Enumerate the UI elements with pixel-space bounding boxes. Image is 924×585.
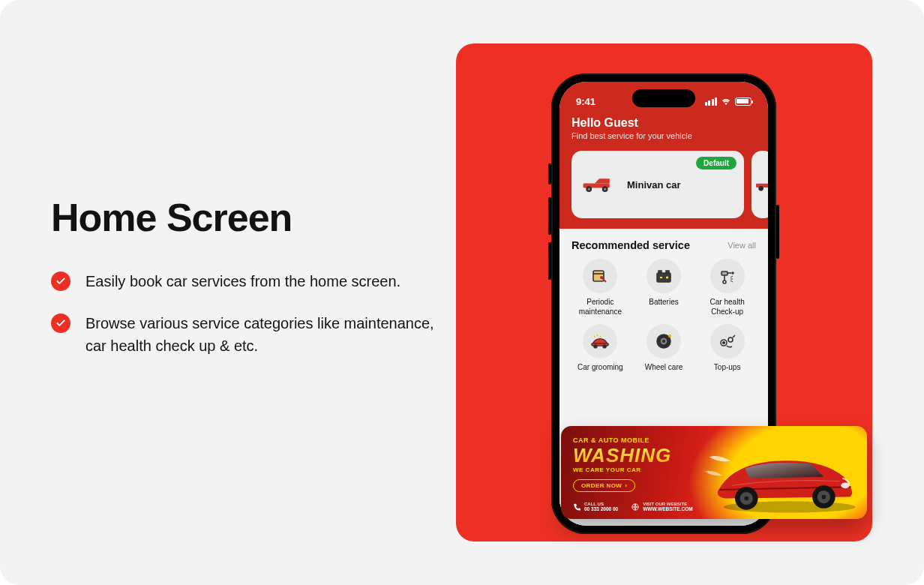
vehicle-name: Minivan car [627, 179, 681, 190]
view-all-link[interactable]: View all [728, 241, 756, 250]
slide-title: Home Screen [51, 195, 441, 240]
vehicle-selector: Default Minivan car [560, 151, 768, 229]
svg-rect-11 [658, 271, 662, 273]
svg-point-17 [594, 345, 597, 348]
svg-rect-10 [657, 273, 670, 282]
svg-point-22 [668, 334, 671, 338]
service-wheel-care[interactable]: Wheel care [635, 324, 693, 373]
promo-tagline: WE CARE YOUR CAR [573, 466, 671, 473]
phone-button [776, 205, 779, 259]
chevron-right-icon: › [625, 482, 627, 489]
bullet-0: Easily book car services from the home s… [51, 270, 441, 292]
service-label: Car grooming [578, 363, 623, 373]
wifi-icon [721, 98, 731, 105]
svg-rect-7 [593, 271, 604, 281]
marketing-slide: Home Screen Easily book car services fro… [0, 0, 924, 585]
greeting-text: Hello Guest [572, 116, 756, 130]
check-icon [51, 314, 70, 333]
service-label: Car health Check-up [698, 298, 756, 316]
svg-point-9 [600, 276, 603, 279]
status-icons [705, 98, 752, 106]
car-shine-icon [583, 324, 617, 358]
car-icon [582, 175, 616, 194]
subtitle-text: Find best service for your vehicle [572, 131, 756, 140]
promo-pretitle: CAR & AUTO MOBILE [573, 436, 671, 444]
spray-diagnostic-icon [710, 259, 745, 293]
section-header: Recommended service View all [572, 239, 756, 251]
bullet-1: Browse various service categories like m… [51, 312, 441, 357]
service-label: Periodic maintenance [572, 298, 629, 316]
status-time: 9:41 [576, 96, 596, 107]
vehicle-card-next[interactable] [752, 151, 768, 218]
cellular-icon [705, 98, 718, 106]
promo-copy: CAR & AUTO MOBILE WASHING WE CARE YOUR C… [573, 436, 671, 492]
vehicle-card[interactable]: Default Minivan car [572, 151, 744, 218]
service-car-health[interactable]: Car health Check-up [698, 259, 756, 316]
phone-button [548, 242, 551, 280]
bullet-text: Easily book car services from the home s… [86, 270, 400, 292]
service-label: Wheel care [645, 363, 683, 373]
default-badge: Default [696, 157, 736, 170]
service-label: Batteries [649, 298, 678, 308]
service-car-grooming[interactable]: Car grooming [572, 324, 629, 373]
app-header: Hello Guest Find best service for your v… [560, 113, 768, 151]
svg-point-24 [722, 342, 724, 344]
promo-footer: CALL US00 333 2000 00 VISIT OUR WEBSITEW… [573, 502, 693, 512]
svg-point-40 [822, 495, 826, 500]
phone-button [548, 197, 551, 235]
dynamic-island [632, 89, 695, 107]
svg-rect-13 [722, 272, 728, 275]
svg-point-15 [723, 280, 726, 284]
battery-icon [735, 98, 752, 106]
service-label: Top-ups [714, 363, 741, 373]
globe-icon [632, 503, 639, 511]
promo-website: VISIT OUR WEBSITEWWW.WEBSITE.COM [632, 502, 692, 512]
svg-point-18 [603, 345, 606, 348]
promo-phone: CALL US00 333 2000 00 [573, 502, 618, 512]
service-top-ups[interactable]: Top-ups [698, 324, 756, 373]
wheel-icon [646, 324, 681, 358]
svg-point-25 [728, 338, 733, 342]
promo-banner[interactable]: CAR & AUTO MOBILE WASHING WE CARE YOUR C… [561, 426, 867, 519]
service-batteries[interactable]: Batteries [635, 259, 693, 316]
svg-point-41 [841, 483, 849, 489]
svg-point-3 [588, 188, 590, 190]
promo-headline: WASHING [573, 446, 671, 465]
service-grid: Periodic maintenance Batteries [572, 259, 756, 373]
section-title: Recommended service [572, 239, 690, 251]
svg-point-14 [732, 272, 734, 274]
calendar-wrench-icon [583, 259, 617, 293]
promo-cta-button[interactable]: ORDER NOW › [573, 479, 635, 492]
phone-button [548, 164, 551, 184]
svg-rect-12 [666, 271, 669, 273]
phone-icon [573, 503, 580, 511]
left-panel: Home Screen Easily book car services fro… [51, 195, 441, 376]
service-periodic-maintenance[interactable]: Periodic maintenance [572, 259, 629, 316]
device-stage: 9:41 Hello Guest Find best service for y… [456, 44, 872, 542]
svg-point-21 [662, 340, 664, 343]
svg-point-37 [744, 496, 748, 501]
check-icon [51, 272, 70, 291]
svg-point-6 [758, 186, 764, 191]
fluids-icon [710, 324, 745, 358]
bullet-text: Browse various service categories like m… [86, 312, 441, 357]
battery-icon [646, 259, 681, 293]
svg-point-4 [604, 188, 606, 190]
promo-cta-label: ORDER NOW [581, 482, 622, 489]
promo-car-image [704, 434, 861, 516]
